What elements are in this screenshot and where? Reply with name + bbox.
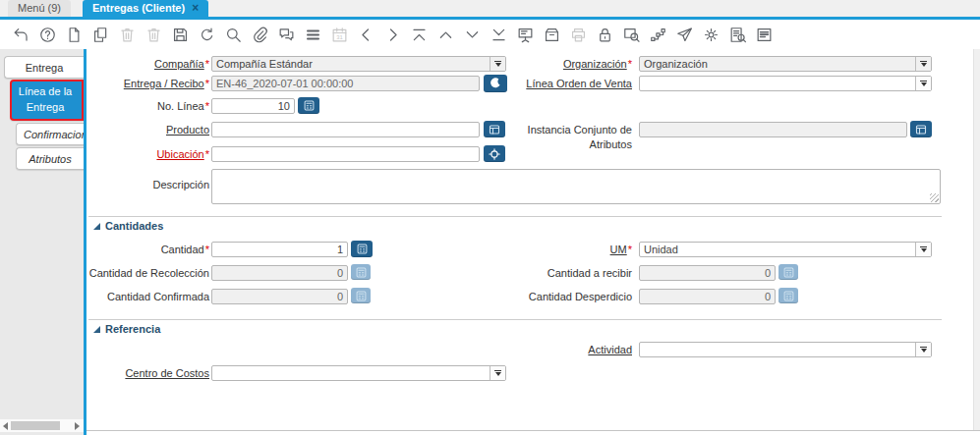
preference-icon[interactable] xyxy=(698,23,724,46)
find-icon[interactable] xyxy=(220,23,247,46)
centro-costos-label[interactable]: Centro de Costos xyxy=(86,366,209,381)
chevron-down-icon[interactable] xyxy=(915,343,931,356)
um-label[interactable]: UM* xyxy=(488,243,632,257)
sidebar-tab-confirmacion[interactable]: Confirmacion xyxy=(16,123,84,145)
actividad-label[interactable]: Actividad xyxy=(488,343,632,357)
grid-toggle-icon[interactable] xyxy=(300,23,326,46)
request-icon[interactable] xyxy=(671,23,698,46)
linea-orden-venta-label[interactable]: Línea Orden de Venta xyxy=(488,77,632,91)
referencia-section-header[interactable]: Referencia xyxy=(93,323,160,335)
producto-field[interactable] xyxy=(211,122,480,137)
delete-selection-icon xyxy=(141,23,167,46)
print-icon xyxy=(565,23,592,46)
sidebar-tab-linea-de-la-entrega[interactable]: Línea de la Entrega xyxy=(10,80,84,121)
linea-orden-venta-combobox[interactable] xyxy=(639,76,932,91)
collapse-triangle-icon[interactable] xyxy=(93,326,100,333)
no-linea-field[interactable]: 10 xyxy=(211,98,295,114)
cantidades-section-header[interactable]: Cantidades xyxy=(93,220,163,232)
close-icon[interactable]: × xyxy=(192,0,199,17)
cantidad-recibir-field: 0 xyxy=(639,265,776,281)
parent-record-icon[interactable] xyxy=(432,23,459,46)
sidebar-horizontal-scrollbar[interactable] xyxy=(0,419,84,432)
descripcion-label: Descripción xyxy=(86,178,209,192)
copy-record-icon[interactable] xyxy=(87,23,114,46)
vertical-scrollbar[interactable] xyxy=(973,49,980,430)
chat-icon[interactable] xyxy=(273,23,300,46)
save-icon[interactable] xyxy=(167,23,194,46)
sidebar-tab-entrega[interactable]: Entrega xyxy=(4,56,84,79)
scroll-right-icon[interactable] xyxy=(75,422,80,430)
entrega-recibo-label[interactable]: Entrega / Recibo* xyxy=(86,77,209,91)
um-value: Unidad xyxy=(640,243,915,256)
organizacion-label[interactable]: Organización* xyxy=(488,57,632,72)
report-icon[interactable] xyxy=(512,23,539,46)
chevron-down-icon[interactable] xyxy=(915,57,931,71)
um-combobox[interactable]: Unidad xyxy=(639,242,932,257)
previous-record-icon[interactable] xyxy=(353,23,379,46)
cantidades-divider xyxy=(88,216,942,217)
cantidad-recibir-label: Cantidad a recibir xyxy=(488,266,632,281)
entrega-recibo-field[interactable]: EN-46_2020-07-01 00:00:00 xyxy=(211,76,480,91)
tab-sidebar: Entrega Línea de la Entrega Confirmacion… xyxy=(0,49,84,435)
descripcion-textarea[interactable] xyxy=(211,169,941,204)
compania-combobox[interactable]: Compañía Estándar xyxy=(211,56,506,72)
cantidad-recoleccion-field: 0 xyxy=(211,265,348,281)
zoom-across-icon[interactable] xyxy=(618,23,645,46)
chevron-down-icon[interactable] xyxy=(915,243,931,256)
delete-record-icon xyxy=(114,23,141,46)
scroll-left-icon[interactable] xyxy=(3,422,8,430)
cantidad-recoleccion-label: Cantidad de Recolección xyxy=(86,266,209,281)
lock-icon[interactable] xyxy=(592,23,618,46)
window-tab-bar: Menú (9) Entregas (Cliente) × xyxy=(0,0,980,17)
sidebar-tab-atributos[interactable]: Atributos xyxy=(16,147,84,170)
first-record-icon[interactable] xyxy=(406,23,432,46)
compania-label[interactable]: Compañía* xyxy=(86,57,209,72)
form-panel: Compañía* Compañía Estándar Organización… xyxy=(86,49,973,430)
calculator-icon[interactable] xyxy=(351,241,373,257)
collapse-triangle-icon[interactable] xyxy=(93,223,100,230)
refresh-icon[interactable] xyxy=(194,23,220,46)
attachment-icon[interactable] xyxy=(247,23,273,46)
log-icon[interactable] xyxy=(751,23,778,46)
location-target-icon[interactable] xyxy=(484,145,505,162)
producto-label[interactable]: Producto xyxy=(86,123,209,137)
archive-icon[interactable] xyxy=(539,23,565,46)
calculator-icon xyxy=(351,264,371,280)
centro-costos-value xyxy=(212,366,490,380)
chevron-down-icon[interactable] xyxy=(490,366,505,380)
next-record-icon[interactable] xyxy=(379,23,406,46)
no-linea-label: No. Línea* xyxy=(86,99,209,114)
compania-value: Compañía Estándar xyxy=(212,57,490,71)
last-record-icon[interactable] xyxy=(486,23,512,46)
calendar-icon xyxy=(326,23,353,46)
chevron-down-icon[interactable] xyxy=(915,77,931,90)
cantidad-field[interactable]: 1 xyxy=(211,242,348,257)
detail-record-icon[interactable] xyxy=(459,23,486,46)
instancia-field xyxy=(639,122,907,137)
app-window: Menú (9) Entregas (Cliente) × Entrega Lí… xyxy=(0,0,980,435)
help-icon[interactable] xyxy=(34,23,61,46)
ubicacion-label[interactable]: Ubicación* xyxy=(86,147,209,162)
tab-menu[interactable]: Menú (9) xyxy=(8,0,71,17)
ubicacion-field[interactable] xyxy=(211,146,480,162)
scrollbar-thumb[interactable] xyxy=(11,421,60,430)
workflow-icon[interactable] xyxy=(645,23,671,46)
resize-grip-icon[interactable] xyxy=(930,193,939,202)
organizacion-combobox[interactable]: Organización xyxy=(639,56,932,72)
instancia-label: Instancia Conjunto de Atributos xyxy=(488,123,632,152)
centro-costos-combobox[interactable] xyxy=(211,365,506,381)
undo-icon[interactable] xyxy=(8,23,34,46)
cantidad-desperdicio-field: 0 xyxy=(639,289,776,304)
new-record-icon[interactable] xyxy=(61,23,87,46)
attribute-dialog-button[interactable] xyxy=(910,121,932,137)
scan-icon[interactable] xyxy=(724,23,751,46)
tab-entregas-cliente[interactable]: Entregas (Cliente) × xyxy=(83,0,208,17)
actividad-combobox[interactable] xyxy=(639,342,932,357)
linea-orden-venta-value xyxy=(640,77,915,90)
calculator-icon[interactable] xyxy=(298,97,319,114)
cantidad-label: Cantidad* xyxy=(86,243,209,257)
tab-entregas-label: Entregas (Cliente) xyxy=(92,0,185,17)
cantidad-confirmada-label: Cantidad Confirmada xyxy=(86,290,209,304)
cantidad-confirmada-field: 0 xyxy=(211,289,348,304)
content-bottom-border xyxy=(86,430,980,431)
